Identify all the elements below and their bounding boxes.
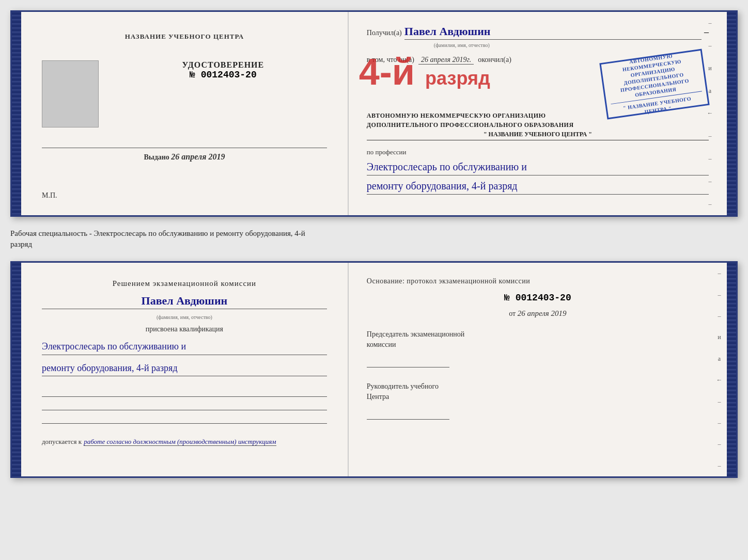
profession-line2: ремонту оборудования, 4-й разряд: [367, 178, 709, 195]
recipient-name: Павел Авдюшин: [404, 25, 702, 40]
protocol-date-value: 26 апреля 2019: [518, 309, 567, 317]
grade-suffix: разряд: [425, 68, 490, 89]
sig-line-1: [42, 387, 327, 397]
issued-label: Выдано: [144, 153, 169, 161]
rukovoditel-line1: Руководитель учебного: [367, 381, 709, 392]
qual-line1: Электрослесарь по обслуживанию и: [42, 339, 327, 355]
profession-label: по профессии: [367, 148, 709, 156]
issued-date: 26 апреля 2019: [171, 152, 225, 161]
left-spine: [12, 12, 21, 215]
left-panel: НАЗВАНИЕ УЧЕБНОГО ЦЕНТРА УДОСТОВЕРЕНИЕ №…: [21, 12, 349, 215]
cert-issued: Выдано 26 апреля 2019: [42, 148, 327, 162]
bottom-right-spine: [727, 263, 736, 476]
prisvoena-text: присвоена квалификация: [42, 325, 327, 333]
photo-placeholder: [42, 60, 99, 127]
qual-line2: ремонту оборудования, 4-й разряд: [42, 360, 327, 377]
document-subtitle: Рабочая специальность - Электрослесарь п…: [10, 225, 738, 253]
recipient-subtitle: (фамилия, имя, отчество): [434, 42, 748, 48]
dopuskaetsya-value: работе согласно должностным (производств…: [84, 438, 276, 446]
org-line2: ДОПОЛНИТЕЛЬНОГО ПРОФЕССИОНАЛЬНОГО ОБРАЗО…: [367, 120, 709, 130]
subtitle-text: Рабочая специальность - Электрослесарь п…: [10, 229, 305, 248]
bottom-left-spine: [12, 263, 21, 476]
rukovoditel-line2: Центра: [367, 392, 709, 402]
sig-line-2: [42, 400, 327, 410]
center-name-top: НАЗВАНИЕ УЧЕБНОГО ЦЕНТРА: [42, 33, 327, 41]
mp-label: М.П.: [42, 191, 57, 200]
predsedatel-block: Председатель экзаменационной комиссии: [367, 329, 709, 367]
protocol-date: от 26 апреля 2019: [367, 309, 709, 318]
grade-text: 4-й: [359, 51, 415, 92]
person-subtitle: (фамилия, имя, отчество): [42, 314, 327, 320]
predsedatel-signature: [367, 355, 449, 367]
signature-lines: [42, 387, 327, 424]
predsedatel-line2: комиссии: [367, 340, 709, 350]
grade-overlay: 4-й разряд: [359, 53, 490, 90]
bottom-document: Решением экзаменационной комиссии Павел …: [10, 261, 738, 478]
cert-title-block: УДОСТОВЕРЕНИЕ № 0012403-20: [42, 60, 327, 127]
cert-number: № 0012403-20: [190, 70, 257, 80]
cert-title-text: УДОСТОВЕРЕНИЕ № 0012403-20: [119, 60, 327, 80]
top-document: НАЗВАНИЕ УЧЕБНОГО ЦЕНТРА УДОСТОВЕРЕНИЕ №…: [10, 10, 738, 217]
bottom-left-panel: Решением экзаменационной комиссии Павел …: [21, 263, 349, 476]
dopuskaetsya-label: допускается к: [42, 438, 82, 445]
dopuskaetsya-block: допускается к работе согласно должностны…: [42, 437, 327, 446]
protocol-number: № 0012403-20: [367, 293, 709, 303]
bottom-right-dashes: – – – и а ← – – – –: [715, 263, 723, 476]
predsedatel-line1: Председатель экзаменационной: [367, 329, 709, 340]
protocol-date-prefix: от: [509, 310, 516, 317]
sig-line-3: [42, 413, 327, 424]
cert-title: УДОСТОВЕРЕНИЕ: [182, 60, 264, 70]
osnovanie-title: Основание: протокол экзаменационной коми…: [367, 276, 709, 286]
rukovoditel-block: Руководитель учебного Центра: [367, 381, 709, 420]
org-name: " НАЗВАНИЕ УЧЕБНОГО ЦЕНТРА ": [367, 130, 709, 140]
bottom-right-panel: Основание: протокол экзаменационной коми…: [349, 263, 727, 476]
org-block: АВТОНОМНУЮ НЕКОММЕРЧЕСКУЮ ОРГАНИЗАЦИЮ ДО…: [367, 111, 709, 140]
komissia-title: Решением экзаменационной комиссии: [42, 278, 327, 289]
profession-line1: Электрослесарь по обслуживанию и: [367, 158, 709, 175]
person-name: Павел Авдюшин: [42, 294, 327, 309]
right-panel: 4-й разряд АВТОНОМНУЮ НЕКОММЕРЧЕСКУЮ ОРГ…: [349, 12, 727, 215]
recipient-line: Получил(а) Павел Авдюшин –: [367, 25, 709, 40]
page-wrapper: НАЗВАНИЕ УЧЕБНОГО ЦЕНТРА УДОСТОВЕРЕНИЕ №…: [10, 10, 738, 478]
rukovoditel-signature: [367, 407, 449, 420]
recipient-label: Получил(а): [367, 29, 402, 37]
